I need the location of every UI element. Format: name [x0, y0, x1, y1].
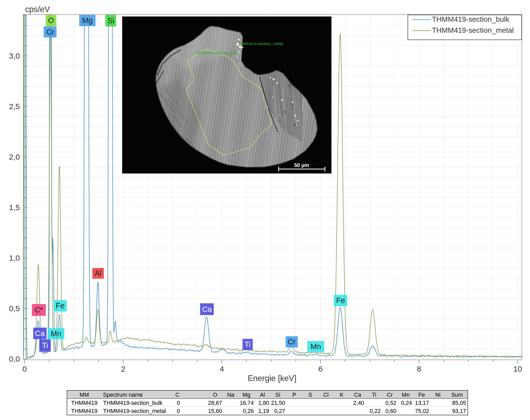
svg-text:MM: MM [80, 392, 89, 398]
svg-text:3,0: 3,0 [9, 52, 20, 60]
svg-text:Ca: Ca [354, 392, 361, 398]
svg-text:Mn: Mn [51, 329, 61, 338]
svg-text:Cl: Cl [323, 392, 329, 398]
svg-text:Energie [keV]: Energie [keV] [248, 374, 296, 383]
svg-text:Si: Si [275, 392, 280, 398]
svg-text:8: 8 [417, 365, 421, 373]
svg-text:Ti: Ti [244, 340, 250, 349]
svg-text:Spectrum name: Spectrum name [103, 392, 143, 398]
svg-text:Ti: Ti [372, 392, 376, 398]
svg-text:16,74: 16,74 [240, 400, 254, 406]
svg-text:2,40: 2,40 [353, 400, 364, 406]
svg-text:2: 2 [121, 365, 126, 373]
svg-text:4: 4 [220, 365, 224, 373]
svg-text:10: 10 [513, 365, 522, 373]
svg-text:2,0: 2,0 [9, 153, 20, 161]
svg-text:K: K [340, 392, 344, 398]
svg-text:Al: Al [95, 269, 102, 277]
svg-text:0,26: 0,26 [243, 408, 254, 414]
svg-text:Cr: Cr [46, 28, 54, 36]
svg-text:Ca: Ca [202, 305, 212, 313]
svg-text:THMM419-section_metal: THMM419-section_metal [238, 41, 283, 46]
svg-text:THMM419-section_bulk: THMM419-section_bulk [432, 15, 510, 23]
svg-text:2,5: 2,5 [9, 102, 20, 111]
svg-text:1,19: 1,19 [258, 408, 269, 414]
svg-text:O: O [48, 16, 54, 25]
svg-text:0: 0 [177, 400, 180, 406]
svg-text:0,22: 0,22 [370, 408, 381, 414]
svg-text:0,0: 0,0 [9, 355, 20, 363]
svg-text:cps/eV: cps/eV [25, 5, 50, 14]
svg-text:Fe: Fe [56, 301, 65, 310]
svg-text:93,17: 93,17 [452, 408, 466, 414]
svg-text:Mn: Mn [311, 342, 321, 351]
svg-text:THMM419: THMM419 [71, 408, 97, 414]
svg-text:0,24: 0,24 [401, 400, 412, 406]
svg-text:0,60: 0,60 [385, 408, 396, 414]
svg-text:0,27: 0,27 [274, 408, 285, 414]
svg-text:C*: C* [35, 306, 43, 314]
svg-text:THMM419-section_metal: THMM419-section_metal [103, 408, 166, 414]
svg-text:THMM419-section_metal: THMM419-section_metal [432, 26, 514, 34]
svg-text:THMM419-section_bulk: THMM419-section_bulk [103, 400, 162, 406]
svg-text:Cr: Cr [387, 392, 393, 398]
svg-text:Ni: Ni [435, 392, 441, 398]
svg-text:S: S [308, 392, 312, 398]
svg-text:1,0: 1,0 [9, 254, 20, 262]
svg-text:Fe: Fe [336, 296, 345, 305]
svg-text:1,5: 1,5 [9, 203, 20, 212]
svg-text:Ti: Ti [42, 341, 48, 350]
svg-text:6: 6 [318, 365, 323, 373]
svg-text:Cr: Cr [288, 338, 296, 346]
svg-text:75,02: 75,02 [415, 408, 429, 414]
svg-text:28,67: 28,67 [208, 400, 222, 406]
svg-text:85,05: 85,05 [452, 400, 466, 406]
svg-text:Al: Al [260, 392, 265, 398]
svg-text:THMM419: THMM419 [71, 400, 97, 406]
svg-text:0: 0 [22, 365, 27, 373]
svg-text:O: O [213, 392, 217, 398]
svg-text:Sum: Sum [451, 392, 463, 398]
svg-text:50 µm: 50 µm [294, 162, 309, 168]
svg-text:Mn: Mn [402, 392, 410, 398]
svg-text:Fe: Fe [418, 392, 425, 398]
svg-text:13,17: 13,17 [415, 400, 429, 406]
svg-text:Ca: Ca [35, 329, 45, 338]
svg-text:1,80: 1,80 [258, 400, 269, 406]
svg-text:0,52: 0,52 [385, 400, 396, 406]
svg-text:0,5: 0,5 [9, 304, 20, 313]
svg-text:Na: Na [227, 392, 234, 398]
svg-text:Mg: Mg [243, 392, 250, 398]
svg-text:Si: Si [108, 16, 114, 25]
svg-text:Mg: Mg [82, 16, 93, 25]
svg-text:C: C [175, 392, 179, 398]
svg-text:P: P [292, 392, 296, 398]
svg-text:21,50: 21,50 [271, 400, 285, 406]
svg-text:15,60: 15,60 [208, 408, 222, 414]
svg-text:0: 0 [177, 408, 180, 414]
svg-text:THMM419-section_bulk: THMM419-section_bulk [195, 51, 238, 55]
